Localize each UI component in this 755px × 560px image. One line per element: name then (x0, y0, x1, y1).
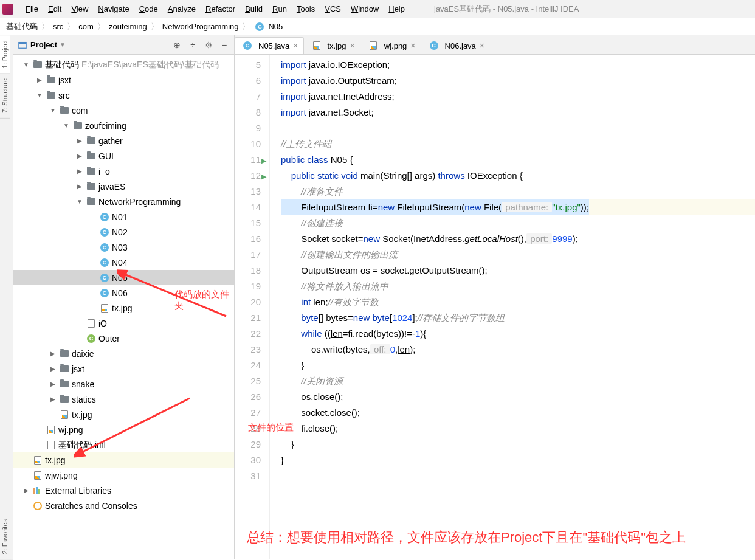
tree-arrow-icon[interactable] (89, 243, 97, 252)
menu-tools[interactable]: Tools (292, 2, 320, 16)
panel-action-button[interactable]: ÷ (188, 40, 198, 50)
menu-help[interactable]: Help (384, 2, 410, 16)
tree-item[interactable]: ▶statics (13, 392, 234, 407)
tree-item[interactable]: Scratches and Consoles (13, 498, 234, 513)
tree-item[interactable]: CN04 (13, 255, 234, 270)
side-tab[interactable]: 7: Structure (0, 74, 10, 119)
tree-item[interactable]: wjwj.png (13, 468, 234, 483)
tree-arrow-icon[interactable]: ▶ (75, 167, 84, 176)
tree-arrow-icon[interactable] (89, 289, 97, 297)
editor-tab[interactable]: wj.png× (360, 37, 421, 54)
tree-arrow-icon[interactable]: ▼ (49, 106, 57, 115)
editor-tab[interactable]: CN06.java× (421, 37, 491, 54)
tree-arrow-icon[interactable] (35, 441, 44, 449)
tree-item[interactable]: ▶gather (13, 133, 234, 148)
menu-run[interactable]: Run (267, 2, 292, 16)
breadcrumb-item[interactable]: N05 (267, 22, 284, 31)
tree-item[interactable]: ▼src (13, 88, 234, 103)
tree-arrow-icon[interactable]: ▼ (22, 61, 30, 69)
run-gutter-icon[interactable]: ▶ (261, 153, 266, 168)
close-icon[interactable]: × (480, 41, 484, 50)
tree-arrow-icon[interactable] (22, 471, 30, 480)
side-tab[interactable]: 2: Favorites (0, 514, 13, 559)
tree-item[interactable]: tx.jpg (13, 407, 234, 422)
menu-build[interactable]: Build (240, 2, 267, 16)
editor-tab[interactable]: CN05.java× (235, 37, 304, 54)
breadcrumb-item[interactable]: com (77, 22, 95, 31)
breadcrumb-item[interactable]: NetworkProgramming (161, 22, 240, 31)
tree-item[interactable]: ▶jsxt (13, 361, 234, 376)
tree-item[interactable]: tx.jpg (13, 300, 234, 316)
panel-action-button[interactable]: ⊕ (172, 40, 182, 50)
panel-action-button[interactable]: ⚙ (204, 40, 213, 50)
tree-arrow-icon[interactable]: ▼ (62, 122, 71, 130)
menu-edit[interactable]: Edit (43, 2, 66, 16)
panel-action-button[interactable]: − (219, 40, 229, 50)
tree-arrow-icon[interactable]: ▶ (49, 365, 57, 373)
tree-arrow-icon[interactable]: ▶ (75, 182, 84, 191)
tree-item[interactable]: ▶External Libraries (13, 483, 234, 498)
tree-arrow-icon[interactable] (49, 410, 57, 419)
tree-arrow-icon[interactable]: ▶ (75, 152, 84, 161)
tree-arrow-icon[interactable]: ▶ (49, 380, 57, 389)
editor-tab[interactable]: tx.jpg× (304, 37, 360, 54)
breadcrumb-item[interactable]: 基础代码 (5, 21, 39, 32)
breadcrumb-item[interactable]: src (52, 22, 64, 31)
tree-arrow-icon[interactable]: ▶ (49, 395, 57, 404)
tree-item[interactable]: CN01 (13, 209, 234, 224)
tree-arrow-icon[interactable] (75, 319, 84, 328)
code-editor[interactable]: 5678910▶11▶12131415161718192021222324252… (235, 55, 755, 559)
tree-arrow-icon[interactable]: ▼ (35, 91, 44, 100)
menu-refactor[interactable]: Refactor (201, 2, 240, 16)
tree-arrow-icon[interactable]: ▶ (75, 137, 84, 145)
tree-item[interactable]: ▼zoufeiming (13, 118, 234, 133)
menu-vcs[interactable]: VCS (320, 2, 346, 16)
tree-arrow-icon[interactable] (89, 213, 97, 221)
tree-item[interactable]: ▼com (13, 103, 234, 118)
tree-arrow-icon[interactable] (35, 426, 44, 434)
menu-code[interactable]: Code (134, 2, 163, 16)
tree-item[interactable]: ▼NetworkProgramming (13, 194, 234, 209)
tree-item[interactable]: ▶GUI (13, 148, 234, 164)
close-icon[interactable]: × (350, 41, 355, 50)
tree-item[interactable]: iO (13, 316, 234, 331)
tree-arrow-icon[interactable] (89, 274, 97, 282)
breadcrumb-item[interactable]: zoufeiming (108, 22, 148, 31)
tree-arrow-icon[interactable] (89, 258, 97, 267)
close-icon[interactable]: × (293, 41, 298, 50)
tree-item[interactable]: ▶daixie (13, 346, 234, 361)
tree-item[interactable]: ▶snake (13, 376, 234, 392)
menu-view[interactable]: View (66, 2, 93, 16)
tree-item[interactable]: CN02 (13, 224, 234, 240)
tree-arrow-icon[interactable] (89, 304, 97, 313)
side-tab[interactable]: 1: Project (0, 35, 10, 74)
tree-item[interactable]: ▶jsxt (13, 72, 234, 88)
menu-file[interactable]: File (21, 2, 43, 16)
project-tree[interactable]: 代码放的文件夹 ▼基础代码 E:\javaES\javaES基础代码\基础代码▶… (13, 55, 234, 559)
tree-item[interactable]: CN05 (13, 270, 234, 285)
tree-item[interactable]: CN03 (13, 240, 234, 255)
dropdown-icon[interactable]: ▼ (60, 41, 66, 48)
tree-item[interactable]: wj.png (13, 422, 234, 437)
tree-item[interactable]: CN06 (13, 285, 234, 300)
tree-item[interactable]: ▶i_o (13, 164, 234, 179)
code-content[interactable]: import java.io.IOException; import java.… (278, 55, 755, 559)
tree-arrow-icon[interactable] (89, 228, 97, 237)
menu-window[interactable]: Window (346, 2, 384, 16)
menu-navigate[interactable]: Navigate (93, 2, 134, 16)
tree-arrow-icon[interactable]: ▶ (22, 486, 30, 495)
tree-arrow-icon[interactable]: ▼ (75, 198, 84, 206)
run-gutter-icon[interactable]: ▶ (261, 168, 266, 184)
menu-analyze[interactable]: Analyze (163, 2, 201, 16)
tree-item[interactable]: tx.jpg (13, 452, 234, 468)
tree-item[interactable]: ▶javaES (13, 179, 234, 194)
tree-arrow-icon[interactable]: ▶ (35, 76, 44, 85)
tree-arrow-icon[interactable] (75, 334, 84, 343)
tree-arrow-icon[interactable] (22, 456, 30, 465)
tree-arrow-icon[interactable]: ▶ (49, 350, 57, 358)
tree-item[interactable]: 基础代码.iml (13, 437, 234, 452)
close-icon[interactable]: × (410, 41, 415, 50)
tree-item[interactable]: ▼基础代码 E:\javaES\javaES基础代码\基础代码 (13, 57, 234, 72)
tree-arrow-icon[interactable] (22, 502, 30, 510)
tree-item[interactable]: COuter (13, 331, 234, 346)
